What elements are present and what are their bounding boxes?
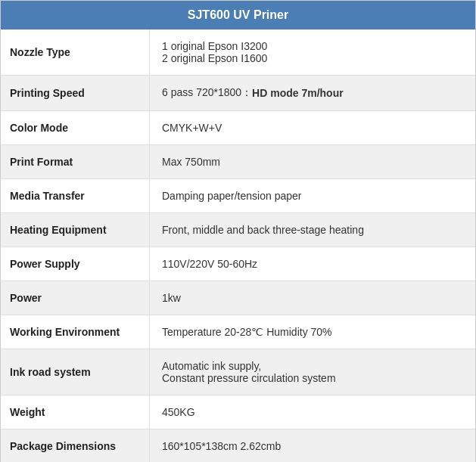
spec-row-ink-road-system: Ink road systemAutomatic ink supply,Cons… <box>1 349 475 395</box>
value-color-mode: CMYK+W+V <box>150 111 475 144</box>
value-prefix-printing-speed: 6 pass 720*1800： <box>162 86 252 100</box>
value-printing-speed: 6 pass 720*1800：HD mode 7m/hour <box>150 76 475 110</box>
spec-row-weight: Weight450KG <box>1 395 475 429</box>
value-line-1-nozzle-type: 2 original Epson I1600 <box>162 52 267 64</box>
spec-row-working-environment: Working EnvironmentTemperature 20-28℃ Hu… <box>1 315 475 349</box>
label-power: Power <box>1 281 150 315</box>
spec-row-power-supply: Power Supply110V/220V 50-60Hz <box>1 247 475 281</box>
label-ink-road-system: Ink road system <box>1 349 150 395</box>
value-power-supply: 110V/220V 50-60Hz <box>150 247 475 281</box>
spec-row-power: Power1kw <box>1 281 475 315</box>
label-media-transfer: Media Transfer <box>1 179 150 212</box>
spec-table: SJT600 UV Priner Nozzle Type1 original E… <box>0 0 476 462</box>
value-bold-printing-speed: HD mode 7m/hour <box>252 87 344 99</box>
spec-row-printing-speed: Printing Speed6 pass 720*1800：HD mode 7m… <box>1 76 475 111</box>
value-weight: 450KG <box>150 395 475 429</box>
value-power: 1kw <box>150 281 475 315</box>
label-package-dimensions: Package Dimensions <box>1 429 150 462</box>
label-print-format: Print Format <box>1 145 150 178</box>
spec-row-print-format: Print FormatMax 750mm <box>1 145 475 179</box>
value-line-0-nozzle-type: 1 original Epson I3200 <box>162 40 267 52</box>
label-color-mode: Color Mode <box>1 111 150 144</box>
label-working-environment: Working Environment <box>1 315 150 349</box>
spec-row-heating-equipment: Heating EquipmentFront, middle and back … <box>1 213 475 247</box>
label-heating-equipment: Heating Equipment <box>1 213 150 247</box>
spec-row-nozzle-type: Nozzle Type1 original Epson I32002 origi… <box>1 29 475 76</box>
label-power-supply: Power Supply <box>1 247 150 281</box>
table-header: SJT600 UV Priner <box>1 1 475 29</box>
value-ink-road-system: Automatic ink supply,Constant pressure c… <box>150 349 475 395</box>
label-weight: Weight <box>1 395 150 429</box>
value-media-transfer: Damping paper/tension paper <box>150 179 475 212</box>
value-working-environment: Temperature 20-28℃ Humidity 70% <box>150 315 475 349</box>
value-line-1-ink-road-system: Constant pressure circulation system <box>162 372 336 384</box>
value-print-format: Max 750mm <box>150 145 475 178</box>
table-title: SJT600 UV Priner <box>188 8 288 21</box>
value-line-0-ink-road-system: Automatic ink supply, <box>162 360 261 372</box>
spec-row-package-dimensions: Package Dimensions160*105*138cm 2.62cmb <box>1 429 475 462</box>
spec-row-media-transfer: Media TransferDamping paper/tension pape… <box>1 179 475 213</box>
value-package-dimensions: 160*105*138cm 2.62cmb <box>150 429 475 462</box>
value-heating-equipment: Front, middle and back three-stage heati… <box>150 213 475 247</box>
label-nozzle-type: Nozzle Type <box>1 29 150 75</box>
spec-row-color-mode: Color ModeCMYK+W+V <box>1 111 475 145</box>
value-nozzle-type: 1 original Epson I32002 original Epson I… <box>150 29 475 75</box>
label-printing-speed: Printing Speed <box>1 76 150 110</box>
